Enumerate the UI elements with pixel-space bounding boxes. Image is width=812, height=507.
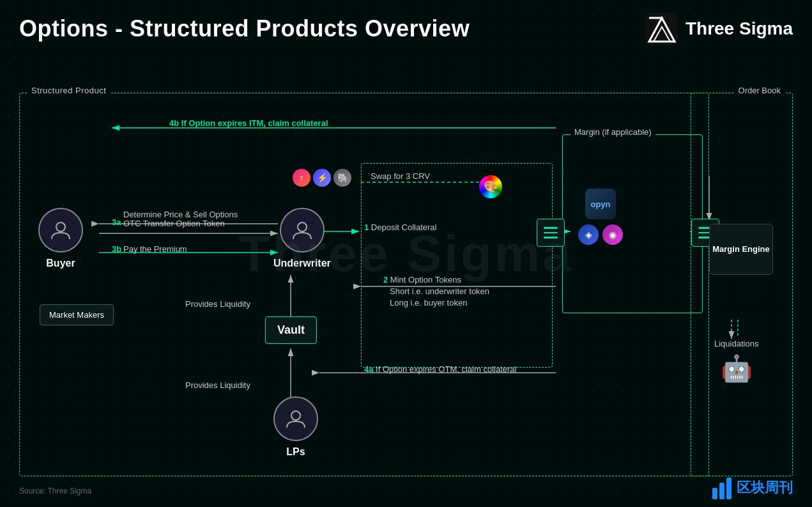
step-2-line3: Long i.e. buyer token (390, 298, 467, 308)
order-book-box: Order Book (691, 93, 793, 476)
order-book-label: Order Book (735, 86, 785, 95)
logo-area: Three Sigma (646, 13, 793, 45)
buyer-label: Buyer (46, 258, 75, 269)
menu-box-1 (537, 219, 565, 247)
menu-lines-1 (544, 227, 558, 238)
vault-container: Vault (265, 316, 317, 344)
step-1-label: 1 Deposit Collateral (364, 222, 436, 232)
buyer-icon (49, 219, 72, 242)
step-4b-label: 4b If Option expires ITM, claim collater… (169, 118, 328, 128)
header: Options - Structured Products Overview T… (19, 13, 793, 45)
lps-icon (284, 407, 307, 430)
opyn-logo: opyn (585, 189, 616, 219)
protocol-token-1: ◈ (578, 224, 599, 245)
step-2-line2: Short i.e. underwriter token (390, 286, 489, 296)
step-3b-num: 3b (112, 244, 121, 254)
step-2-label: 2 Mint Option Tokens (383, 275, 461, 285)
bottom-logo: 区块周刊 (712, 476, 793, 499)
logo-text: Three Sigma (686, 19, 793, 39)
underwriter-avatar (280, 208, 325, 253)
tokens-row: ↑ ⚡ 🐘 (293, 169, 351, 187)
bar-2 (719, 483, 724, 499)
bar-1 (712, 488, 717, 499)
page-title: Options - Structured Products Overview (19, 15, 470, 42)
step-3a-num: 3a (112, 217, 121, 227)
token-2: ⚡ (313, 169, 331, 187)
token-3: 🐘 (333, 169, 351, 187)
bottom-logo-text: 区块周刊 (737, 478, 793, 497)
margin-label: Margin (if applicable) (571, 127, 655, 137)
source-text: Source: Three Sigma (19, 487, 91, 495)
underwriter-icon (291, 219, 314, 242)
svg-point-24 (56, 222, 65, 231)
swap-box (361, 163, 553, 368)
step-3a-text2: OTC Transfer Option Token (123, 219, 225, 228)
provides-liquidity-2: Provides Liquidity (185, 380, 250, 390)
buyer-avatar (38, 208, 83, 253)
protocols-area: opyn ◈ ◉ (578, 189, 623, 245)
lps-avatar (273, 396, 318, 441)
svg-point-25 (298, 222, 307, 231)
bar-3 (726, 478, 732, 499)
underwriter-person: Underwriter (273, 208, 331, 269)
structured-product-label: Structured Product (27, 86, 110, 95)
underwriter-label: Underwriter (273, 258, 331, 269)
step-4a-label: 4a If Option expires OTM, claim collater… (364, 364, 516, 374)
liquidations-area: Liquidations 🤖 (714, 339, 758, 384)
token-1: ↑ (293, 169, 310, 187)
lps-label: LPs (286, 446, 305, 458)
market-makers-box: Market Makers (40, 304, 114, 325)
robot-icon: 🤖 (721, 354, 753, 384)
buyer-person: Buyer (38, 208, 83, 269)
vault-box: Vault (265, 316, 317, 344)
rainbow-icon: 🎨 (479, 175, 502, 198)
step-3b-text: Pay the Premium (123, 244, 187, 254)
rainbow-token: 🎨 (479, 175, 502, 198)
logo-bars (712, 476, 732, 499)
protocol-token-2: ◉ (602, 224, 623, 245)
opyn-icon: opyn (585, 189, 616, 219)
swap-label: Swap for 3 CRV (371, 171, 430, 181)
provides-liquidity-1: Provides Liquidity (185, 299, 250, 309)
svg-point-26 (291, 411, 300, 420)
margin-engine-label: Margin Engine (712, 244, 770, 255)
logo-icon (646, 13, 678, 45)
protocol-tokens: ◈ ◉ (578, 224, 623, 245)
main-container: Three Sigma Options - Structured Product… (0, 0, 812, 507)
step-3a-text1: Determine Price & Sell Options (123, 210, 238, 219)
lps-person: LPs (273, 396, 318, 458)
liquidations-label: Liquidations (714, 339, 758, 348)
margin-engine-box: Margin Engine (709, 224, 773, 275)
